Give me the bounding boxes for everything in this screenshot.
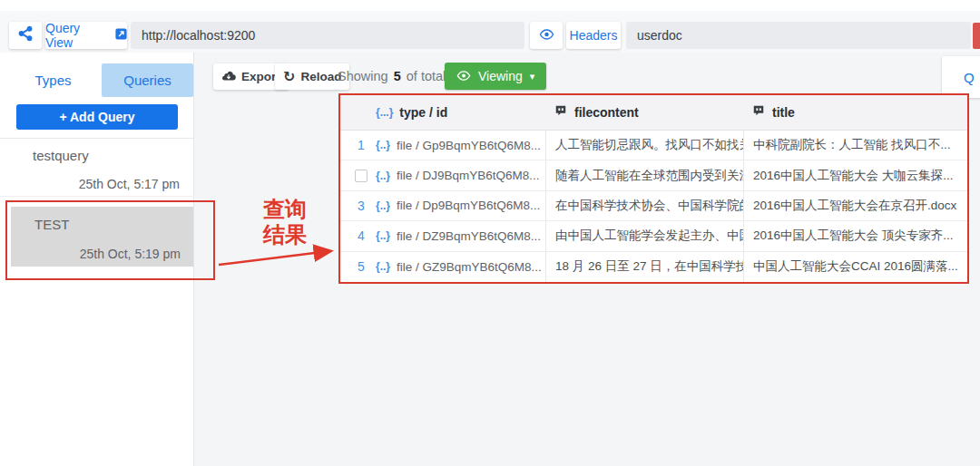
- headers-button[interactable]: Headers: [566, 22, 621, 49]
- table-row[interactable]: 4 {..} file / DZ9BqmYB6tQ6M8... 由中国人工智能学…: [340, 221, 967, 251]
- query-name: TEST: [34, 217, 69, 232]
- filecontent-cell: 随着人工智能在全球范围内受到关注...: [545, 160, 743, 189]
- title-cell: 2016中国人工智能大会 大咖云集探...: [743, 160, 967, 189]
- comment-icon: [752, 104, 765, 121]
- table-header-row: {...} type / id filecontent title: [340, 95, 967, 131]
- query-view-link[interactable]: Query View: [45, 22, 127, 49]
- row-number: [349, 168, 373, 184]
- comment-icon: [554, 104, 567, 121]
- type-id-cell: file / DZ9BqmYB6tQ6M8...: [397, 229, 541, 243]
- column-header-type-id[interactable]: type / id: [399, 105, 447, 120]
- showing-count: 5: [392, 69, 403, 83]
- preview-button[interactable]: [530, 22, 563, 49]
- results-table: {...} type / id filecontent title 1 {..}: [338, 93, 969, 284]
- share-icon: [17, 25, 34, 45]
- viewing-dropdown-button[interactable]: Viewing ▾: [445, 63, 546, 90]
- app-window: Query View Headers Types Queries + Add Q…: [0, 0, 980, 466]
- type-id-cell: file / Dp9BqmYB6tQ6M8...: [397, 199, 540, 212]
- eye-icon: [456, 69, 471, 83]
- type-id-cell: file / Gp9BqmYB6tQ6M8...: [397, 139, 541, 152]
- top-toolbar: Query View Headers: [0, 11, 980, 53]
- query-view-label: Query View: [45, 21, 110, 50]
- share-button[interactable]: [9, 22, 42, 49]
- query-date: 25th Oct, 5:19 pm: [80, 247, 181, 261]
- table-row[interactable]: 1 {..} file / Gp9BqmYB6tQ6M8... 人工智能切忌跟风…: [340, 131, 967, 160]
- saved-query-item[interactable]: testquery 25th Oct, 5:17 pm: [0, 141, 194, 197]
- clipped-red-button[interactable]: [973, 23, 980, 49]
- type-id-cell: file / DJ9BqmYB6tQ6M8...: [397, 169, 540, 182]
- cloud-download-icon: [221, 70, 236, 83]
- filecontent-cell: 人工智能切忌跟风。找风口不如找关...: [545, 131, 743, 160]
- query-name: testquery: [33, 148, 89, 163]
- json-braces-icon[interactable]: {..}: [376, 199, 390, 212]
- query-button-label: Q: [964, 70, 975, 85]
- tab-queries-label: Queries: [123, 73, 172, 88]
- table-row[interactable]: 3 {..} file / Dp9BqmYB6tQ6M8... 在中国科学技术协…: [340, 191, 967, 221]
- tab-types[interactable]: Types: [5, 63, 102, 97]
- row-number: 3: [349, 199, 373, 213]
- index-input[interactable]: [626, 22, 971, 49]
- external-link-icon: [115, 27, 127, 44]
- reload-icon: ↻: [283, 68, 295, 85]
- row-number: 4: [349, 228, 373, 243]
- row-number: 1: [349, 138, 373, 152]
- title-cell: 2016中国人工智能大会 顶尖专家齐...: [743, 221, 967, 250]
- result-count-status: Showing 5 of total 5: [338, 63, 460, 90]
- saved-query-item-selected[interactable]: TEST 25th Oct, 5:19 pm: [11, 207, 193, 267]
- query-date: 25th Oct, 5:17 pm: [79, 177, 180, 191]
- table-row[interactable]: 5 {..} file / GZ9BqmYB6tQ6M8... 18 月 26 …: [340, 252, 967, 282]
- reload-label: Reload: [300, 70, 341, 83]
- sidebar: Types Queries + Add Query testquery 25th…: [0, 53, 194, 466]
- json-braces-icon[interactable]: {..}: [376, 260, 390, 273]
- json-braces-icon[interactable]: {...}: [376, 106, 393, 119]
- sidebar-divider: [0, 138, 194, 139]
- row-checkbox[interactable]: [355, 170, 368, 182]
- query-button-clipped[interactable]: Q: [942, 56, 980, 98]
- tab-queries[interactable]: Queries: [102, 63, 193, 97]
- column-header-filecontent[interactable]: filecontent: [574, 105, 639, 120]
- json-braces-icon[interactable]: {..}: [376, 229, 390, 242]
- title-cell: 2016中国人工智能大会在京召开.docx: [743, 191, 967, 220]
- table-row[interactable]: {..} file / DJ9BqmYB6tQ6M8... 随着人工智能在全球范…: [340, 160, 967, 190]
- json-braces-icon[interactable]: {..}: [376, 139, 390, 151]
- headers-label: Headers: [570, 28, 618, 43]
- filecontent-cell: 在中国科学技术协会、中国科学院的...: [545, 191, 743, 220]
- eye-icon: [539, 27, 554, 44]
- title-cell: 中科院副院长：人工智能 找风口不...: [743, 131, 967, 160]
- filecontent-cell: 由中国人工智能学会发起主办、中国...: [545, 221, 743, 250]
- type-id-cell: file / GZ9BqmYB6tQ6M8...: [397, 260, 542, 274]
- tab-types-label: Types: [34, 73, 71, 88]
- caret-down-icon: ▾: [530, 71, 535, 83]
- add-query-button[interactable]: + Add Query: [16, 104, 178, 130]
- host-url-input[interactable]: [131, 22, 524, 49]
- title-cell: 中国人工智能大会CCAI 2016圆满落...: [743, 252, 967, 282]
- viewing-label: Viewing: [478, 69, 523, 83]
- row-number: 5: [349, 259, 373, 274]
- column-header-title[interactable]: title: [772, 105, 795, 120]
- json-braces-icon[interactable]: {..}: [376, 170, 390, 182]
- filecontent-cell: 18 月 26 日至 27 日，在中国科学技...: [545, 252, 743, 282]
